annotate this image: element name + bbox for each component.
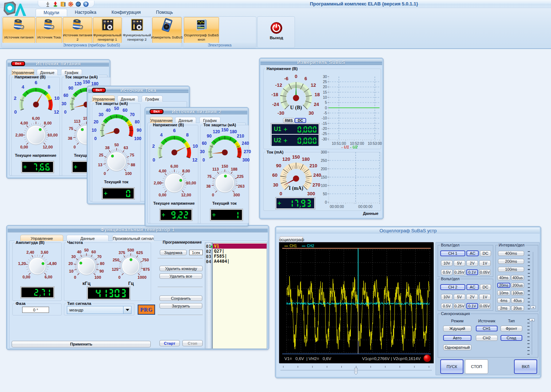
ac-button[interactable]: AC	[466, 284, 479, 290]
hz-knob[interactable]: 01252503755006257508751000	[107, 246, 154, 283]
sync-slider-track[interactable]	[532, 320, 532, 355]
address-book-icon[interactable]	[60, 1, 66, 7]
tab-grafik[interactable]: График	[61, 69, 82, 75]
knob-cs-0[interactable]: 013253850637588100	[92, 142, 141, 182]
sync-button-Ждущий[interactable]: Ждущий	[443, 326, 471, 331]
menu-tab-moduli[interactable]: Модули	[36, 9, 67, 16]
interval-button-2ms[interactable]: 2ms	[497, 306, 510, 311]
power-on-button[interactable]: Вкл	[92, 88, 106, 93]
interval-button-400ms[interactable]: 400ms	[498, 251, 524, 256]
volt-button-0.25V[interactable]: 0.25V	[454, 303, 465, 309]
phase-field[interactable]: 0 °	[22, 307, 49, 313]
menu-tab-konfiguratsiya[interactable]: Конфигурация	[104, 9, 149, 16]
delete-all-button[interactable]: Удалить все	[159, 273, 202, 279]
program-line[interactable]: A4404|	[213, 259, 267, 264]
interval-button-200ms[interactable]: 200ms	[498, 259, 524, 264]
volt-button-2V[interactable]: 2V	[466, 260, 478, 266]
mode-button-rms[interactable]: RMS	[283, 118, 295, 123]
sync-button-Фронт[interactable]: Фронт	[501, 326, 522, 331]
delay-field[interactable]: 1сек	[189, 250, 203, 255]
ribbon-button[interactable]: Осциллограф SuBaS кноп	[184, 17, 219, 43]
start-button[interactable]: Старт	[159, 340, 180, 346]
menu-tab-pomosch[interactable]: Помощь	[149, 9, 181, 16]
amplitude-knob[interactable]: 0,001,202,403,604,806,00	[13, 246, 62, 286]
ac-button[interactable]: AC	[466, 250, 479, 256]
knob-ps2-1[interactable]: 03875113150188225263300	[200, 163, 249, 204]
load-button[interactable]: Загрузить	[159, 303, 202, 309]
volt-button-2V[interactable]: 2V	[466, 294, 478, 300]
interval-button-200us[interactable]: 200us	[511, 283, 524, 288]
volt-button-0.05V[interactable]: 0.05V	[479, 303, 491, 309]
volt-button-5V[interactable]: 5V	[454, 260, 465, 266]
power-on-button[interactable]: Вкл	[150, 109, 163, 114]
program-line[interactable]: V1	[213, 244, 267, 249]
tab-dannye[interactable]: Данные	[37, 69, 58, 75]
volt-button-5V[interactable]: 5V	[454, 294, 465, 300]
tab-upravlenie[interactable]: Управление	[12, 69, 34, 75]
sync-button-CH2[interactable]: CH2	[476, 335, 498, 341]
tab-dannye[interactable]: Данные	[66, 235, 109, 241]
ribbon-button[interactable]: Измеритель SuBuS	[152, 17, 182, 43]
dc-button[interactable]: DC	[480, 284, 491, 290]
interval-slider-track[interactable]	[533, 252, 533, 309]
menu-tab-nastroyka[interactable]: Настройка	[67, 9, 104, 16]
volt-button-10V[interactable]: 10V	[441, 260, 453, 266]
interval-button-4ms[interactable]: 4ms	[497, 298, 510, 303]
arrow-up-icon[interactable]	[52, 1, 58, 7]
sync-button-Однократный[interactable]: Однократный	[443, 344, 471, 350]
interval-button-40ms[interactable]: 40ms	[497, 275, 510, 280]
program-line[interactable]: Q27|	[213, 249, 267, 254]
signal-type-combo[interactable]: меандр	[67, 306, 131, 314]
program-line[interactable]: F585|	[213, 254, 267, 259]
tab-oscillograf[interactable]: осциллограф	[279, 236, 304, 242]
tab-upravlenie[interactable]: Управление	[150, 117, 173, 123]
khz-knob[interactable]: 0102030405060708090100	[63, 246, 110, 283]
tab-dannye[interactable]: Данные	[175, 117, 196, 123]
interval-slider-thumb[interactable]: ◂	[530, 306, 536, 309]
knob-ps2-0[interactable]: 0,002,004,006,008,0010,0012,00	[150, 163, 199, 204]
volt-button-0.5V[interactable]: 0.5V	[441, 269, 453, 275]
sync-slider-thumb[interactable]: ◂	[529, 318, 535, 322]
gear-close-icon[interactable]	[68, 1, 74, 7]
knob-ps1-0[interactable]: 0,002,004,006,008,0010,0012,00	[12, 115, 60, 156]
stop-button[interactable]: СТОП	[465, 359, 488, 374]
volt-button-10V[interactable]: 10V	[441, 294, 453, 300]
volt-button-0.25V[interactable]: 0.25V	[454, 269, 465, 275]
ribbon-button[interactable]: Функциональный генератор 1	[93, 17, 122, 43]
sync-button-Авто[interactable]: Авто	[443, 335, 471, 341]
power-on-button[interactable]: Вкл	[11, 61, 25, 66]
tab-grafik[interactable]: График	[199, 117, 220, 123]
tab-grafik[interactable]: График	[142, 95, 163, 102]
scope-h-slider[interactable]	[279, 364, 433, 375]
ribbon-button[interactable]: Источник питания 2	[63, 17, 92, 43]
ch-button[interactable]: CH 2	[440, 284, 465, 290]
tab-upravlenie[interactable]: Управление	[92, 95, 115, 102]
exit-button[interactable]: Выход	[260, 19, 293, 46]
tab-proizvolnyi-signal[interactable]: Произвольный сигнал	[112, 235, 154, 241]
program-list[interactable]: V1Q27|F585|A4404|	[212, 242, 267, 349]
ch-button[interactable]: CH 1	[440, 250, 465, 256]
microphone-icon[interactable]	[45, 1, 51, 7]
sync-button-CH1[interactable]: CH1	[476, 326, 498, 331]
save-button[interactable]: Сохранить	[159, 295, 202, 301]
volt-button-0.5V[interactable]: 0.5V	[441, 303, 453, 309]
apply-button[interactable]: Применить	[12, 341, 151, 347]
dc-button[interactable]: DC	[480, 250, 491, 256]
mode-button-dc[interactable]: DC	[295, 118, 306, 123]
ribbon-button[interactable]: Функциональный генератор 2	[122, 17, 151, 43]
stop-button[interactable]: Стоп	[182, 340, 203, 346]
tab-upravlenie[interactable]: Управление	[20, 235, 63, 241]
vkl-button[interactable]: ВКЛ	[514, 359, 537, 374]
delete-command-button[interactable]: Удалить команду	[159, 266, 203, 271]
combo-arrow-button[interactable]	[123, 306, 131, 314]
volt-button-0.1V[interactable]: 0.1V	[466, 303, 478, 309]
ribbon-button[interactable]: Источник Тока	[36, 17, 62, 43]
tab-dannye[interactable]: Данные	[117, 95, 138, 102]
volt-button-1V[interactable]: 1V	[479, 294, 491, 300]
help-icon[interactable]: ?	[83, 1, 89, 7]
interval-button-40us[interactable]: 40us	[511, 298, 524, 303]
ribbon-button[interactable]: Источник питания	[3, 17, 35, 43]
interval-button-20us[interactable]: 20us	[511, 306, 524, 311]
delay-button[interactable]: Задержка	[160, 250, 187, 255]
interval-button-20ms[interactable]: 20ms	[497, 283, 510, 288]
